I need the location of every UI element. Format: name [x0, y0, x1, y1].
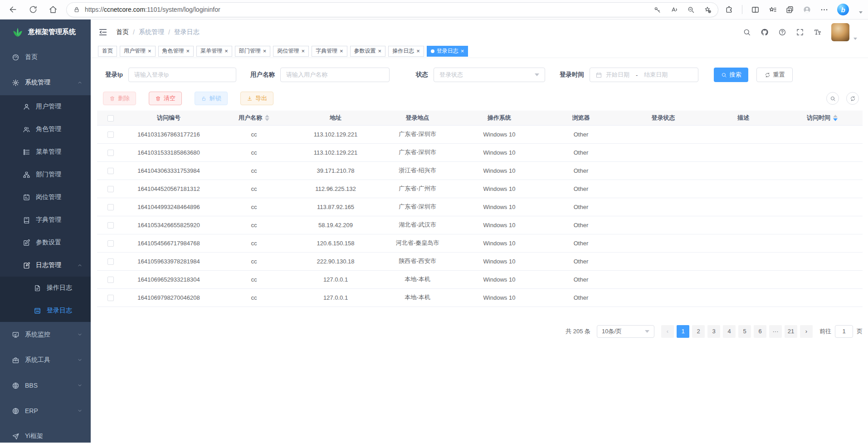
row-checkbox[interactable]: [107, 277, 114, 283]
browser-home-icon[interactable]: [46, 3, 60, 16]
sidebar-collapse-icon[interactable]: [98, 27, 108, 37]
sort-carets-icon[interactable]: [833, 115, 838, 121]
close-tab-icon[interactable]: ×: [224, 48, 228, 54]
sidebar-item-home[interactable]: 首页: [0, 44, 91, 70]
sidebar-item-sys-tools[interactable]: 系统工具: [0, 347, 91, 373]
sidebar-item-bbs[interactable]: BBS: [0, 373, 91, 398]
collections-icon[interactable]: [785, 5, 794, 14]
close-tab-icon[interactable]: ×: [340, 48, 343, 54]
jump-page-input[interactable]: [835, 325, 853, 338]
close-tab-icon[interactable]: ×: [416, 48, 420, 54]
unlock-button[interactable]: 解锁: [195, 92, 228, 105]
more-pages-button[interactable]: ···: [769, 325, 782, 338]
favorites-icon[interactable]: [768, 5, 777, 14]
split-screen-icon[interactable]: [751, 5, 760, 14]
row-checkbox[interactable]: [107, 131, 114, 138]
tab-operation-log[interactable]: 操作日志×: [388, 46, 424, 57]
select-all-checkbox[interactable]: [107, 115, 114, 122]
next-page-button[interactable]: ›: [800, 325, 813, 338]
fullscreen-icon[interactable]: [796, 28, 804, 36]
close-tab-icon[interactable]: ×: [301, 48, 305, 54]
tab-login-log[interactable]: 登录日志×: [427, 46, 468, 57]
row-checkbox[interactable]: [107, 295, 114, 301]
tab-param-settings[interactable]: 参数设置×: [350, 46, 386, 57]
close-tab-icon[interactable]: ×: [148, 48, 151, 54]
page-button-5[interactable]: 5: [738, 325, 751, 338]
zoom-out-icon[interactable]: [687, 6, 695, 14]
sidebar-item-sys-monitor[interactable]: 系统监控: [0, 322, 91, 347]
breadcrumb-system[interactable]: 系统管理: [139, 28, 164, 36]
tab-dept-mgmt[interactable]: 部门管理×: [235, 46, 271, 57]
row-checkbox[interactable]: [107, 204, 114, 210]
sidebar-item-post-mgmt[interactable]: 岗位管理: [0, 186, 91, 209]
tab-role-mgmt[interactable]: 角色管理×: [158, 46, 194, 57]
sidebar-item-dict-mgmt[interactable]: 字典管理: [0, 209, 91, 231]
page-button-2[interactable]: 2: [692, 325, 705, 338]
tab-dict-mgmt[interactable]: 字典管理×: [312, 46, 347, 57]
page-size-select[interactable]: 10条/页: [597, 325, 654, 338]
close-tab-icon[interactable]: ×: [378, 48, 382, 54]
sort-carets-icon[interactable]: [265, 115, 269, 121]
browser-back-icon[interactable]: [6, 3, 20, 16]
tab-post-mgmt[interactable]: 岗位管理×: [273, 46, 309, 57]
help-icon[interactable]: [778, 28, 786, 36]
page-button-1[interactable]: 1: [677, 325, 689, 338]
sidebar-item-erp[interactable]: ERP: [0, 398, 91, 424]
column-header-time[interactable]: 访问时间: [782, 111, 863, 125]
search-button[interactable]: 搜索: [714, 68, 748, 82]
tab-menu-mgmt[interactable]: 菜单管理×: [196, 46, 232, 57]
sidebar-item-login-log[interactable]: 登录日志: [0, 299, 91, 322]
page-button-4[interactable]: 4: [723, 325, 736, 338]
column-header-select[interactable]: [97, 111, 124, 125]
row-checkbox[interactable]: [107, 168, 114, 174]
row-checkbox[interactable]: [107, 258, 114, 265]
sidebar-item-dept-mgmt[interactable]: 部门管理: [0, 163, 91, 186]
sidebar-item-log-mgmt[interactable]: 日志管理: [0, 254, 91, 277]
page-button-21[interactable]: 21: [785, 325, 797, 338]
sidebar-item-role-mgmt[interactable]: 角色管理: [0, 118, 91, 141]
sidebar-item-system-mgmt[interactable]: 系统管理: [0, 70, 91, 95]
status-select[interactable]: 登录状态: [434, 68, 545, 82]
clear-button[interactable]: 清空: [149, 92, 182, 105]
address-bar[interactable]: https://ccnetcore.com:1101/system/log/lo…: [66, 2, 718, 17]
read-aloud-icon[interactable]: [670, 6, 678, 14]
sidebar-item-operation-log[interactable]: 操作日志: [0, 277, 91, 299]
row-checkbox[interactable]: [107, 240, 114, 247]
breadcrumb-home[interactable]: 首页: [116, 28, 129, 36]
row-checkbox[interactable]: [107, 222, 114, 229]
text-size-icon[interactable]: [814, 28, 822, 36]
row-checkbox[interactable]: [107, 186, 114, 192]
browser-reload-icon[interactable]: [26, 3, 40, 16]
sidebar-item-yi-framework[interactable]: Yi框架: [0, 424, 91, 443]
ip-input[interactable]: 请输入登录Ip: [128, 68, 236, 82]
copilot-icon[interactable]: b: [837, 4, 849, 15]
reset-button[interactable]: 重置: [756, 68, 793, 82]
site-permissions-icon[interactable]: [73, 6, 80, 13]
more-icon[interactable]: [820, 5, 829, 14]
column-header-username[interactable]: 用户名称: [213, 111, 295, 125]
extensions-icon[interactable]: [725, 5, 733, 14]
page-button-6[interactable]: 6: [754, 325, 766, 338]
tab-user-mgmt[interactable]: 用户管理×: [120, 46, 156, 57]
sidebar-item-user-mgmt[interactable]: 用户管理: [0, 95, 91, 118]
close-tab-icon[interactable]: ×: [461, 48, 464, 54]
github-icon[interactable]: [761, 28, 769, 36]
page-button-3[interactable]: 3: [707, 325, 720, 338]
date-range-input[interactable]: 开始日期 - 结束日期: [590, 68, 698, 82]
profile-icon[interactable]: [803, 5, 811, 14]
tab-home[interactable]: 首页: [98, 46, 117, 57]
search-icon[interactable]: [743, 28, 751, 36]
prev-page-button[interactable]: ‹: [661, 325, 674, 338]
sidebar-item-param-settings[interactable]: 参数设置: [0, 231, 91, 254]
refresh-table-button[interactable]: [846, 92, 859, 105]
sidebar-item-menu-mgmt[interactable]: 菜单管理: [0, 141, 91, 163]
key-icon[interactable]: [653, 6, 661, 14]
close-tab-icon[interactable]: ×: [263, 48, 267, 54]
avatar[interactable]: [831, 23, 849, 41]
close-tab-icon[interactable]: ×: [186, 48, 190, 54]
favorite-add-icon[interactable]: [704, 6, 712, 14]
export-button[interactable]: 导出: [240, 92, 273, 105]
username-input[interactable]: 请输入用户名称: [280, 68, 390, 82]
row-checkbox[interactable]: [107, 150, 114, 156]
show-search-button[interactable]: [826, 92, 839, 105]
